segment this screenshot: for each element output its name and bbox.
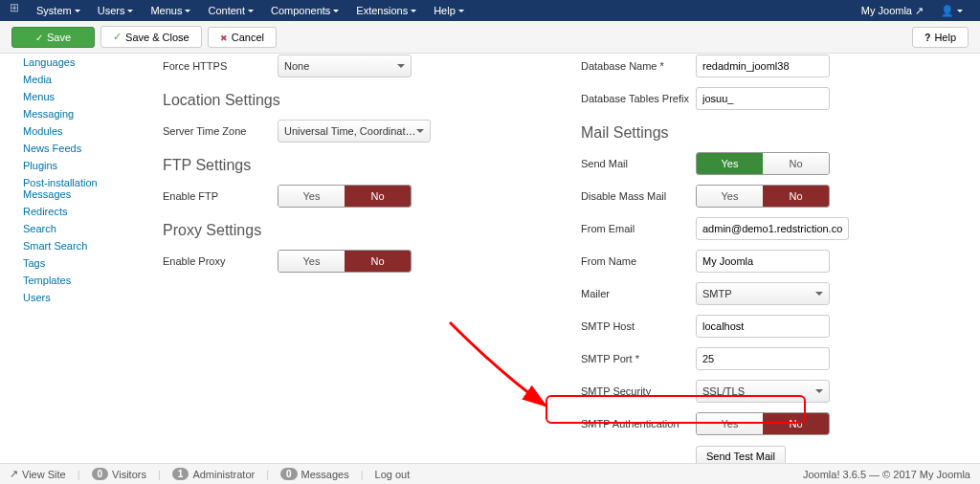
footer: ↗View Site | 0Visitors | 1Administrator … — [0, 463, 980, 484]
section-proxy: Proxy Settings — [163, 222, 552, 239]
nav-components[interactable]: Components — [263, 1, 346, 20]
footer-messages[interactable]: 0Messages — [280, 468, 349, 480]
enable-proxy-toggle[interactable]: YesNo — [278, 250, 412, 273]
footer-visitors[interactable]: 0Visitors — [92, 468, 146, 480]
nav-menus[interactable]: Menus — [143, 1, 198, 20]
force-https-select[interactable]: None — [278, 55, 412, 77]
db-prefix-input[interactable] — [696, 87, 830, 110]
sidebar-item-tags[interactable]: Tags — [10, 254, 144, 272]
smtp-auth-toggle[interactable]: YesNo — [696, 412, 830, 435]
chevron-down-icon — [127, 10, 133, 12]
nav-extensions[interactable]: Extensions — [348, 1, 424, 20]
chevron-down-icon — [75, 10, 80, 12]
section-ftp: FTP Settings — [163, 157, 552, 174]
nav-help[interactable]: Help — [426, 1, 472, 20]
disable-mass-toggle[interactable]: YesNo — [696, 185, 830, 208]
close-icon — [220, 32, 228, 43]
chevron-down-icon — [397, 64, 405, 68]
from-name-label: From Name — [581, 255, 696, 267]
server-tz-select[interactable]: Universal Time, Coordinated (... — [278, 120, 431, 143]
right-column: Database Name * Database Tables Prefix M… — [581, 54, 970, 484]
force-https-label: Force HTTPS — [163, 60, 278, 72]
sidebar-item-menus[interactable]: Menus — [10, 88, 144, 105]
sidebar-item-users[interactable]: Users — [10, 289, 144, 306]
smtp-auth-label: SMTP Authentication — [581, 418, 696, 429]
from-name-input[interactable] — [696, 250, 830, 273]
sidebar-item-search[interactable]: Search — [10, 220, 144, 237]
sidebar-item-redirects[interactable]: Redirects — [10, 203, 144, 220]
save-button[interactable]: Save — [11, 27, 95, 48]
enable-ftp-toggle[interactable]: YesNo — [278, 185, 412, 208]
smtp-security-label: SMTP Security — [581, 385, 696, 397]
footer-logout[interactable]: Log out — [375, 469, 411, 480]
help-button[interactable]: Help — [912, 27, 969, 48]
sidebar-item-newsfeeds[interactable]: News Feeds — [10, 140, 144, 157]
send-mail-label: Send Mail — [581, 158, 696, 169]
chevron-down-icon — [815, 389, 823, 393]
footer-view-site[interactable]: ↗View Site — [10, 468, 66, 480]
sidebar-item-plugins[interactable]: Plugins — [10, 157, 144, 174]
sidebar-item-messaging[interactable]: Messaging — [10, 105, 144, 122]
db-name-input[interactable] — [696, 55, 830, 77]
external-link-icon: ↗ — [10, 468, 18, 480]
server-tz-label: Server Time Zone — [163, 125, 278, 137]
from-email-label: From Email — [581, 223, 696, 234]
user-icon: 👤 — [941, 5, 954, 17]
mailer-select[interactable]: SMTP — [696, 282, 830, 305]
sidebar-item-languages[interactable]: Languages — [10, 54, 144, 71]
smtp-host-label: SMTP Host — [581, 320, 696, 332]
sidebar-item-templates[interactable]: Templates — [10, 272, 144, 289]
sidebar-item-modules[interactable]: Modules — [10, 122, 144, 140]
enable-ftp-label: Enable FTP — [163, 190, 278, 202]
enable-proxy-label: Enable Proxy — [163, 255, 278, 267]
top-navigation: ⊞ System Users Menus Content Components … — [0, 0, 980, 21]
content-area: Force HTTPS None Location Settings Serve… — [153, 54, 980, 484]
cancel-button[interactable]: Cancel — [208, 27, 277, 48]
from-email-input[interactable] — [696, 217, 849, 240]
chevron-down-icon — [416, 129, 424, 133]
footer-version: Joomla! 3.6.5 — © 2017 My Joomla — [803, 469, 970, 480]
chevron-down-icon — [957, 10, 963, 12]
section-location: Location Settings — [163, 92, 552, 109]
chevron-down-icon — [185, 10, 190, 12]
left-column: Force HTTPS None Location Settings Serve… — [163, 54, 552, 484]
sidebar: Languages Media Menus Messaging Modules … — [0, 54, 153, 484]
joomla-icon: ⊞ — [10, 1, 19, 20]
smtp-port-input[interactable] — [696, 347, 830, 370]
smtp-port-label: SMTP Port * — [581, 353, 696, 364]
nav-system[interactable]: System — [29, 1, 88, 20]
send-mail-toggle[interactable]: YesNo — [696, 152, 830, 175]
save-close-button[interactable]: ✓Save & Close — [100, 26, 202, 48]
check-icon: ✓ — [113, 31, 122, 43]
chevron-down-icon — [815, 292, 823, 296]
db-prefix-label: Database Tables Prefix — [581, 93, 696, 104]
external-link-icon: ↗ — [915, 5, 924, 17]
sidebar-item-media[interactable]: Media — [10, 71, 144, 88]
chevron-down-icon — [458, 10, 464, 12]
section-mail: Mail Settings — [581, 124, 970, 142]
nav-users[interactable]: Users — [90, 1, 142, 20]
mailer-label: Mailer — [581, 288, 696, 299]
check-icon — [35, 32, 43, 43]
smtp-host-input[interactable] — [696, 315, 830, 338]
nav-user[interactable]: 👤 — [933, 1, 970, 21]
chevron-down-icon — [411, 10, 416, 12]
smtp-security-select[interactable]: SSL/TLS — [696, 380, 830, 403]
sidebar-item-postinstall[interactable]: Post-installation Messages — [10, 174, 144, 203]
sidebar-item-smartsearch[interactable]: Smart Search — [10, 237, 144, 254]
toolbar: Save ✓Save & Close Cancel Help — [0, 21, 980, 54]
chevron-down-icon — [333, 10, 339, 12]
disable-mass-label: Disable Mass Mail — [581, 190, 696, 202]
db-name-label: Database Name * — [581, 60, 696, 72]
nav-content[interactable]: Content — [200, 1, 261, 20]
help-icon — [924, 32, 930, 43]
nav-site-link[interactable]: My Joomla ↗ — [854, 1, 931, 21]
footer-admins[interactable]: 1Administrator — [172, 468, 255, 480]
chevron-down-icon — [248, 10, 254, 12]
